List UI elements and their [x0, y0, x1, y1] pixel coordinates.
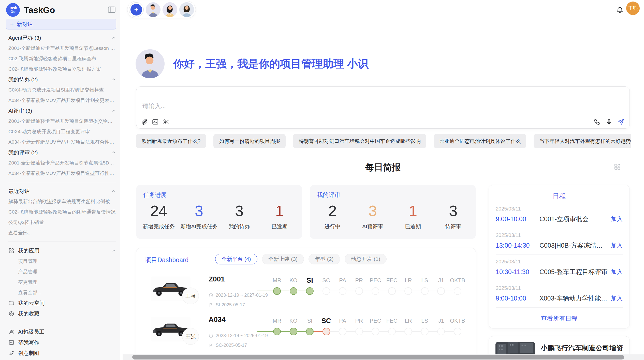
recent-chats-view-all[interactable]: 查看全部...: [8, 228, 116, 238]
event-date: 2025/03/11: [496, 232, 623, 238]
send-icon[interactable]: [618, 118, 624, 125]
phone-icon[interactable]: [594, 118, 601, 125]
sidebar-item-ai-super-staff[interactable]: AI超级员工: [8, 326, 116, 337]
schedule-events: 2025/03/11 9:00-10:00 C001-立项审批会 加入 2025…: [496, 202, 623, 308]
image-icon[interactable]: [152, 118, 159, 125]
event-time: 13:00-14:30: [496, 242, 539, 249]
tab-model-year[interactable]: 年型 (2): [309, 254, 340, 264]
event-join-link[interactable]: 加入: [611, 268, 623, 276]
milestone-si: SI: [302, 317, 318, 342]
app-item-project-mgmt[interactable]: 项目管理: [8, 256, 116, 266]
section-my-review[interactable]: 我的评审 (2): [8, 147, 116, 158]
chevron-up-icon[interactable]: [111, 109, 116, 113]
sidebar-item[interactable]: A034-全新新能源MUV产品开发项目造型可行性评审: [8, 168, 116, 178]
project-row-z001[interactable]: 王强 Z001 2023-12-19 ~ 2027-01-19 SI-2025-…: [136, 274, 476, 314]
sidebar-item[interactable]: Z001-全新燃油轻卡产品开发项目SI节点属性5D文件评审: [8, 158, 116, 168]
section-ai-review[interactable]: AI评审 (3): [8, 106, 116, 116]
tab-new-platform[interactable]: 全新平台 (4): [215, 254, 257, 264]
taskgo-logo-icon: Task Go: [6, 3, 20, 17]
event-date: 2025/03/11: [496, 259, 623, 265]
sidebar-item[interactable]: Z001-全新燃油皮卡产品开发项目SI节点Lesson Learn报告: [8, 43, 116, 53]
schedule-event: 2025/03/11 9:00-10:00 C001-立项审批会 加入: [496, 202, 623, 228]
horizontal-scrollbar-thumb[interactable]: [132, 355, 624, 359]
event-time: 9:00-10:00: [496, 295, 539, 302]
agent-avatar-3[interactable]: [179, 2, 194, 17]
sidebar-item[interactable]: A034-全新新能源MUV产品开发项目计划变更表编写: [8, 95, 116, 106]
sidebar-item-favorites[interactable]: 我的收藏: [8, 308, 116, 319]
user-avatar[interactable]: 王强: [626, 2, 640, 15]
agent-avatar-2[interactable]: [163, 2, 177, 17]
stat-value: 3: [353, 203, 393, 219]
section-recent-chats[interactable]: 最近对话: [8, 186, 116, 196]
suggestion-chip[interactable]: 欧洲新规最近颁布了什么?: [136, 134, 206, 148]
main-area: + 王强 你好，王强，我是你的项目管理助理 小识: [120, 0, 644, 360]
sidebar-item[interactable]: C0X4-动力总成开发项目SI里程碑提交物检查: [8, 85, 116, 95]
stat-value: 24: [139, 203, 179, 219]
suggestion-chip[interactable]: 当下年轻人对汽车外观有怎样的喜好趋势: [534, 134, 631, 148]
sidebar-item[interactable]: C02-飞腾新能源轻客改款项目里程碑画布: [8, 53, 116, 64]
recent-chat-item[interactable]: 解释最新出台的欧盟报废车法规再生塑料比例被调至15%...: [8, 196, 116, 207]
microphone-icon[interactable]: [606, 118, 612, 125]
project-code: Z001: [209, 275, 225, 283]
stat-label: 已逾期: [393, 223, 433, 230]
schedule-event: 2025/03/11 10:30-11:30 C005-整车工程目标评审 加入: [496, 255, 623, 281]
sidebar-collapse-icon[interactable]: [107, 6, 116, 13]
section-agent-done[interactable]: Agent已办 (3): [8, 33, 116, 43]
recent-chat-item[interactable]: C02-飞腾新能源轻客改款项目的闭环通告反馈情况: [8, 207, 116, 217]
chevron-up-icon[interactable]: [111, 248, 116, 253]
schedule-view-all[interactable]: 查看所有日程: [489, 314, 630, 323]
milestone-lr: LR: [400, 276, 416, 302]
briefing-columns: 任务进度 24 新增完成任务 3 新增AI完成任务 3: [136, 185, 630, 360]
layout-grid-icon[interactable]: [613, 163, 621, 171]
horizontal-scrollbar-track: [123, 354, 644, 360]
milestone-strip: MR KO SI SC PA PR PEC FEC LR LS J1: [269, 276, 466, 302]
sidebar-item-cloud-space[interactable]: 我的云空间: [8, 298, 116, 308]
sidebar-item[interactable]: C0X4-动力总成开发项目工程变更评审: [8, 126, 116, 137]
sidebar-item[interactable]: A034-全新新能源MUV产品开发项目法规符合性评审: [8, 137, 116, 147]
milestone-si-current: SI: [302, 276, 318, 302]
add-agent-button[interactable]: +: [129, 2, 144, 17]
flag-icon: [209, 303, 213, 307]
agent-avatar-1[interactable]: [146, 2, 160, 17]
notifications-bell-icon[interactable]: [616, 6, 624, 14]
event-join-link[interactable]: 加入: [611, 215, 623, 223]
suggestion-chip[interactable]: 如何写一份清晰的项目周报: [213, 134, 286, 148]
suggestion-chip[interactable]: 特朗普可能对进口汽车增税会对中国车企造成哪些影响: [293, 134, 426, 148]
chevron-up-icon[interactable]: [111, 150, 116, 155]
app-item-product-mgmt[interactable]: 产品管理: [8, 266, 116, 277]
event-join-link[interactable]: 加入: [611, 242, 623, 249]
new-chat-button[interactable]: + 新对话: [6, 19, 116, 29]
clock-icon: [209, 333, 213, 338]
greeting-text: 你好，王强，我是你的项目管理助理 小识: [173, 57, 369, 71]
tab-powertrain[interactable]: 动总开发 (1): [345, 254, 387, 264]
section-my-todo[interactable]: 我的待办 (2): [8, 74, 116, 85]
sidebar-item-creative-draw[interactable]: 创意制图: [8, 348, 116, 358]
my-review-card: 我的评审 2 进行中 3 AI预评审 1: [310, 185, 476, 239]
suggestion-chip[interactable]: 比亚迪全固态电池计划具体说了什么: [434, 134, 526, 148]
milestone-mr: MR: [269, 317, 285, 342]
sidebar-item[interactable]: Z001-全新燃油轻卡产品开发项目SI造型提交物评审: [8, 116, 116, 126]
chevron-up-icon[interactable]: [111, 189, 116, 193]
logo-text-bottom: Go: [10, 10, 15, 14]
stat-ai-pre-review: 3 AI预评审: [353, 203, 393, 230]
apps-view-all[interactable]: 查看全部...: [8, 287, 116, 298]
schedule-event: 2025/03/11 13:00-14:30 C003|H0B-方案冻结评审 加…: [496, 228, 623, 255]
event-join-link[interactable]: 加入: [611, 294, 623, 302]
stats-row: 任务进度 24 新增完成任务 3 新增AI完成任务 3: [136, 185, 476, 239]
sidebar-item[interactable]: C02-飞腾新能源轻客改款项目立项汇报方案: [8, 64, 116, 74]
stat-label: 我的待办: [219, 223, 259, 230]
paperclip-icon[interactable]: [141, 118, 148, 125]
recent-chat-item[interactable]: 公司Q3轻卡销量: [8, 217, 116, 228]
people-icon: [8, 329, 14, 335]
app-item-change-mgmt[interactable]: 变更管理: [8, 277, 116, 287]
scissors-icon[interactable]: [163, 118, 170, 125]
stat-new-completed: 24 新增完成任务: [139, 203, 179, 230]
project-row-a034[interactable]: 王强 A034 2023-12-19 ~ 2026-01-19 SC-2025-…: [136, 314, 476, 354]
chat-input[interactable]: [142, 102, 524, 110]
chevron-up-icon[interactable]: [111, 77, 116, 82]
plus-icon: +: [10, 21, 14, 28]
chevron-up-icon[interactable]: [111, 36, 116, 40]
sidebar-item-help-write[interactable]: 帮我写作: [8, 337, 116, 348]
tab-new-body[interactable]: 全新上装 (3): [262, 254, 304, 264]
sidebar-item-my-apps[interactable]: 我的应用: [8, 245, 116, 256]
